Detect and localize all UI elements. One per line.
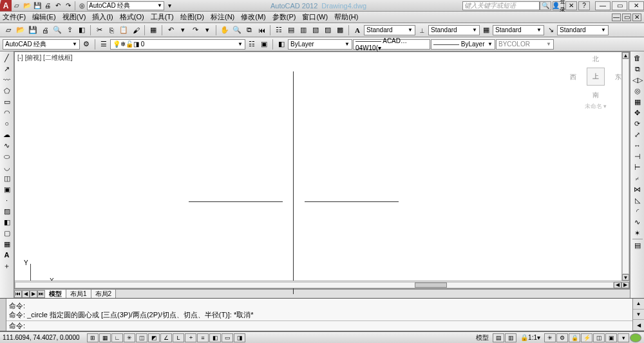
horizontal-scrollbar[interactable]: ◀ ▶ (15, 281, 629, 288)
qat-open-icon[interactable]: 📂 (22, 1, 32, 11)
insert-icon[interactable]: ◫ (1, 173, 13, 183)
stretch-icon[interactable]: ↔ (632, 140, 643, 151)
scroll-down-icon[interactable]: ▼ (622, 274, 629, 281)
menu-draw[interactable]: 绘图(D) (180, 12, 204, 22)
tablestyle-select[interactable]: Standard▼ (493, 25, 544, 35)
close-button[interactable]: ✕ (629, 1, 644, 10)
copy2-icon[interactable]: ⧉ (632, 64, 643, 74)
help-icon[interactable]: ? (578, 1, 590, 10)
tab-first-icon[interactable]: ⏮ (14, 290, 22, 298)
ws-settings-icon[interactable]: ⚙ (80, 39, 92, 50)
sc-toggle[interactable]: ◨ (234, 333, 245, 342)
ortho-toggle[interactable]: ∟ (111, 333, 123, 342)
viewcube[interactable]: 北 西 东 上 南 未命名 ▾ (570, 55, 621, 113)
osnap-toggle[interactable]: ◫ (136, 333, 147, 342)
markup-icon[interactable]: ▨ (322, 24, 334, 36)
zoomprev-icon[interactable]: ⏮ (256, 24, 267, 36)
drawing-canvas[interactable]: [-] [俯视] [二维线框] YX 北 西 东 上 南 未命名 ▾ ▲ ▼ (14, 51, 630, 289)
grid-toggle[interactable]: ▦ (99, 333, 111, 342)
quickcalc-icon[interactable]: ▩ (334, 24, 346, 36)
scroll-left-icon[interactable]: ◀ (614, 282, 621, 288)
tab-last-icon[interactable]: ⏭ (37, 290, 45, 298)
fillet-icon[interactable]: ◜ (632, 206, 643, 216)
rotate-icon[interactable]: ⟳ (632, 118, 643, 129)
lwt-toggle[interactable]: ≡ (197, 333, 209, 342)
blockeditor-icon[interactable]: ▦ (147, 24, 159, 36)
search-go-icon[interactable]: 🔍 (540, 1, 551, 10)
mleaderstyle-icon[interactable]: ↘ (545, 24, 556, 36)
vertical-scrollbar[interactable]: ▲ ▼ (621, 52, 629, 281)
point-icon[interactable]: · (1, 195, 13, 205)
undo-icon[interactable]: ↶ (165, 24, 176, 36)
signin-button[interactable]: 👤登录 (553, 1, 564, 10)
redo-icon[interactable]: ↷ (189, 24, 201, 36)
chamfer-icon[interactable]: ◺ (632, 195, 643, 205)
revcloud-icon[interactable]: ☁ (1, 129, 13, 140)
qat-dropdown-icon[interactable]: ▾ (164, 1, 175, 11)
undo-drop-icon[interactable]: ▾ (177, 24, 189, 36)
menu-insert[interactable]: 插入(I) (92, 12, 113, 22)
scroll-up-icon[interactable]: ▲ (622, 52, 629, 59)
dimstyle-icon[interactable]: ⟂ (416, 24, 428, 36)
qat-print-icon[interactable]: 🖨 (43, 1, 53, 11)
qp-toggle[interactable]: ▭ (222, 333, 233, 342)
menu-dimension[interactable]: 标注(N) (211, 12, 234, 22)
toolpalette-icon[interactable]: ▥ (298, 24, 309, 36)
table-icon[interactable]: ▦ (1, 239, 13, 249)
app-menu-icon[interactable]: A (0, 0, 12, 12)
command-input[interactable]: 命令: (6, 320, 632, 331)
properties-icon[interactable]: ☷ (273, 24, 285, 36)
trim-icon[interactable]: ⊣ (632, 151, 643, 162)
lineweight-select[interactable]: ———— ByLayer▼ (431, 39, 495, 50)
dimstyle-select[interactable]: Standard▼ (428, 25, 480, 35)
open-icon[interactable]: 📂 (15, 24, 26, 36)
spline-icon[interactable]: ∿ (1, 140, 13, 151)
anno-visibility-icon[interactable]: ✳ (544, 333, 556, 342)
layer-select[interactable]: 💡❄🔓◨ 0▼ (110, 39, 245, 50)
qat-redo-icon[interactable]: ↷ (63, 1, 73, 11)
cmd-scroll-down-icon[interactable]: ▼ (633, 310, 644, 320)
maximize-button[interactable]: ▭ (612, 1, 627, 10)
preview-icon[interactable]: 🔍 (52, 24, 63, 36)
minimize-button[interactable]: — (595, 1, 611, 10)
cmd-arrow-icon[interactable]: ◀ (633, 320, 644, 331)
block-icon[interactable]: ▣ (1, 184, 13, 194)
comm-center-icon[interactable] (630, 333, 641, 342)
menu-parametric[interactable]: 参数(P) (272, 12, 296, 22)
mleaderstyle-select[interactable]: Standard▼ (557, 25, 609, 35)
menu-edit[interactable]: 编辑(E) (32, 12, 56, 22)
exchange-icon[interactable]: ✕ (565, 1, 577, 10)
anno-scale[interactable]: 🔒1:1▾ (517, 333, 544, 342)
circle-icon[interactable]: ○ (1, 118, 13, 129)
zoomwin-icon[interactable]: ⧉ (243, 24, 255, 36)
layer-iso-icon[interactable]: ▣ (258, 39, 270, 50)
search-input[interactable]: 键入关键字或短语 (462, 1, 540, 10)
menu-window[interactable]: 窗口(W) (302, 12, 328, 22)
workspace-select2[interactable]: AutoCAD 经典▼ (3, 39, 80, 50)
tablestyle-icon[interactable]: ▦ (480, 24, 492, 36)
tab-prev-icon[interactable]: ◀ (22, 290, 30, 298)
layer-state-icon[interactable]: ☷ (246, 39, 258, 50)
copy-icon[interactable]: ⎘ (106, 24, 117, 36)
menu-format[interactable]: 格式(O) (120, 12, 144, 22)
cmd-scroll-up-icon[interactable]: ▲ (633, 299, 644, 310)
color-select[interactable]: ByLayer▼ (288, 39, 352, 50)
cut-icon[interactable]: ✂ (93, 24, 105, 36)
pan-icon[interactable]: ✋ (219, 24, 231, 36)
tpy-toggle[interactable]: ◧ (209, 333, 221, 342)
arc-icon[interactable]: ◠ (1, 107, 13, 118)
cleanscreen-icon[interactable]: ▣ (605, 333, 617, 342)
textstyle-select[interactable]: Standard▼ (364, 25, 415, 35)
doc-close-button[interactable]: ✕ (632, 14, 641, 21)
3ddwf-icon[interactable]: ◧ (76, 24, 88, 36)
join-icon[interactable]: ⋈ (632, 184, 643, 194)
ellipse-icon[interactable]: ⬭ (1, 151, 13, 162)
viewcube-top[interactable]: 上 (587, 68, 605, 86)
addselected-icon[interactable]: ＋ (1, 261, 13, 271)
hatch-icon[interactable]: ▨ (1, 206, 13, 216)
break-icon[interactable]: ⌿ (632, 173, 643, 183)
xline-icon[interactable]: ↗ (1, 64, 13, 74)
plot-icon[interactable]: 🖨 (39, 24, 51, 36)
linetype-select[interactable]: ———— ACAD…04W10(▾ (353, 39, 430, 50)
quickview-drawings-icon[interactable]: ▥ (505, 333, 516, 342)
